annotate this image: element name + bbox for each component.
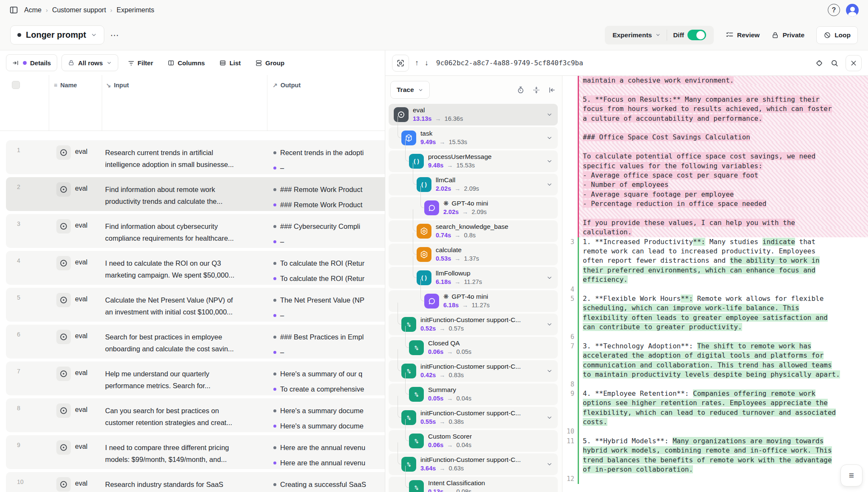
- collapse-all-button[interactable]: [532, 86, 540, 94]
- span-row[interactable]: eval13.13s→16.36s: [389, 104, 558, 125]
- span-compare-duration: 0.63s: [449, 465, 464, 472]
- span-duration: 0.53s: [436, 255, 451, 262]
- gray-dot-icon: [273, 409, 276, 412]
- columns-button[interactable]: Columns: [162, 54, 210, 71]
- span-row[interactable]: ()llmFollowup6.18s→11.27s: [389, 267, 558, 289]
- table-row[interactable]: 1evalResearch current trends in artifici…: [6, 140, 385, 174]
- span-row[interactable]: ()llmCall2.02s→2.09s: [389, 174, 558, 195]
- view-switcher-button[interactable]: Experiments: [606, 26, 667, 44]
- group-button[interactable]: Group: [250, 54, 289, 71]
- chevron-down-icon[interactable]: [546, 181, 553, 188]
- filter-button[interactable]: Filter: [122, 54, 159, 71]
- table-row[interactable]: 4evalI need to calculate the ROI on our …: [6, 251, 385, 285]
- review-button[interactable]: Review: [726, 31, 760, 39]
- diff-line-number: [562, 152, 578, 161]
- span-row[interactable]: %Closed QA0.06s→0.05s: [389, 337, 558, 359]
- table-row[interactable]: 6evalSearch for best practices in employ…: [6, 325, 385, 359]
- span-durations: 2.02s→2.09s: [436, 185, 479, 192]
- diff-removed-line: focus from hours worked to results achie…: [562, 104, 868, 114]
- diff-line-number: [562, 85, 578, 95]
- trace-view-button[interactable]: Trace: [390, 81, 430, 99]
- diff-line-number: [562, 104, 578, 114]
- diff-line-number: [562, 313, 578, 322]
- span-row[interactable]: %initFunction-Customer support-C...0.55s…: [389, 407, 558, 428]
- table-row[interactable]: 7evalHelp me understand our quarterly pe…: [6, 361, 385, 395]
- span-row[interactable]: %Intent Classification0.13s→0.08s: [389, 477, 558, 492]
- private-button[interactable]: Private: [771, 31, 804, 39]
- close-panel-button[interactable]: [846, 55, 862, 71]
- more-actions-button[interactable]: ⋯: [110, 30, 120, 40]
- diff-removed-line: If you provide these values, I can help …: [562, 218, 868, 228]
- table-row[interactable]: 8evalCan you search for best practices o…: [6, 398, 385, 432]
- diff-line-number: [562, 303, 578, 313]
- search-button[interactable]: [830, 59, 839, 67]
- span-row[interactable]: %initFunction-Customer support-C...0.42s…: [389, 360, 558, 382]
- list-button[interactable]: List: [214, 54, 246, 71]
- eval-icon: [56, 477, 71, 492]
- previous-row-button[interactable]: ↑: [415, 58, 419, 67]
- chevron-down-icon[interactable]: [546, 158, 553, 164]
- bottom-menu-button[interactable]: ≡: [840, 464, 862, 486]
- select-all-checkbox[interactable]: [12, 81, 20, 89]
- breadcrumb-section[interactable]: Experiments: [117, 6, 154, 14]
- diff-removed-line: ### Office Space Cost Savings Calculatio…: [562, 133, 868, 142]
- sidebar-toggle-button[interactable]: [9, 6, 18, 14]
- chevron-down-icon[interactable]: [546, 414, 553, 421]
- diff-line-text: - Percentage reduction in office space n…: [578, 199, 868, 208]
- span-row[interactable]: task9.49s→15.53s: [389, 127, 558, 149]
- table-header: ≡ Name ↘ Input ↗ Output: [0, 75, 385, 131]
- column-divider: [267, 75, 267, 131]
- timing-button[interactable]: [517, 86, 525, 94]
- breadcrumb-project[interactable]: Customer support: [52, 6, 106, 14]
- column-header-output[interactable]: ↗ Output: [273, 82, 300, 89]
- chevron-down-icon: [106, 60, 112, 66]
- chevron-down-icon[interactable]: [546, 461, 553, 467]
- breadcrumb-org[interactable]: Acme: [24, 6, 42, 14]
- diff-toggle[interactable]: [687, 30, 706, 40]
- chevron-down-icon[interactable]: [546, 368, 553, 374]
- experiment-name: Longer prompt: [26, 30, 86, 40]
- table-row[interactable]: 5evalCalculate the Net Present Value (NP…: [6, 288, 385, 322]
- diff-line-text: - Number of employees: [578, 180, 868, 189]
- table-row[interactable]: 2evalFind information about remote work …: [6, 177, 385, 211]
- arrow-right-icon: →: [454, 255, 461, 262]
- tag-button[interactable]: [815, 59, 823, 67]
- table-row[interactable]: 3evalFind information about cybersecurit…: [6, 214, 385, 248]
- diff-added-line: 73. **Technology Adoption**: The shift t…: [562, 342, 868, 351]
- column-header-name[interactable]: ≡ Name: [54, 82, 77, 89]
- table-row[interactable]: 10evalResearch industry standards for Sa…: [6, 472, 385, 492]
- span-durations: 9.49s→15.53s: [420, 139, 467, 145]
- close-icon: [850, 60, 857, 67]
- span-row[interactable]: %Summary0.05s→0.04s: [389, 384, 558, 405]
- experiment-switcher-button[interactable]: Longer prompt: [10, 25, 104, 44]
- collapse-panel-button[interactable]: [548, 86, 556, 94]
- column-header-input[interactable]: ↘ Input: [106, 82, 129, 89]
- arrow-right-icon: →: [439, 465, 445, 472]
- avatar[interactable]: [846, 4, 859, 17]
- chevron-down-icon[interactable]: [546, 135, 553, 141]
- list-icon: [219, 59, 226, 67]
- table-row[interactable]: 9evalI need to compare three different p…: [6, 435, 385, 469]
- focus-expand-icon: [396, 59, 405, 67]
- row-number: 3: [17, 220, 20, 227]
- chevron-down-icon[interactable]: [546, 321, 553, 328]
- chevron-down-icon[interactable]: [546, 275, 553, 281]
- span-row[interactable]: %Custom Scorer0.06s→0.04s: [389, 430, 558, 452]
- next-row-button[interactable]: ↓: [425, 58, 428, 67]
- chevron-down-icon[interactable]: [546, 111, 553, 118]
- span-row[interactable]: %initFunction-Customer support-C...0.52s…: [389, 314, 558, 335]
- span-row[interactable]: ❋GPT-4o mini6.18s→11.27s: [389, 290, 558, 312]
- span-row[interactable]: %initFunction-Customer support-C...3.64s…: [389, 453, 558, 475]
- output-line: –: [273, 236, 385, 247]
- output-line: ### Best Practices in Empl: [273, 331, 385, 343]
- output-text: –: [280, 164, 284, 172]
- diff-line-number: [562, 190, 578, 199]
- all-rows-button[interactable]: All rows: [61, 54, 118, 71]
- expand-trace-button[interactable]: [392, 55, 409, 72]
- diff-removed-line: [562, 123, 868, 133]
- details-button[interactable]: Details: [6, 54, 57, 71]
- diff-line-text: [578, 208, 868, 218]
- loop-button[interactable]: Loop: [816, 26, 858, 44]
- gray-dot-icon: [273, 372, 276, 375]
- help-button[interactable]: ?: [828, 4, 840, 16]
